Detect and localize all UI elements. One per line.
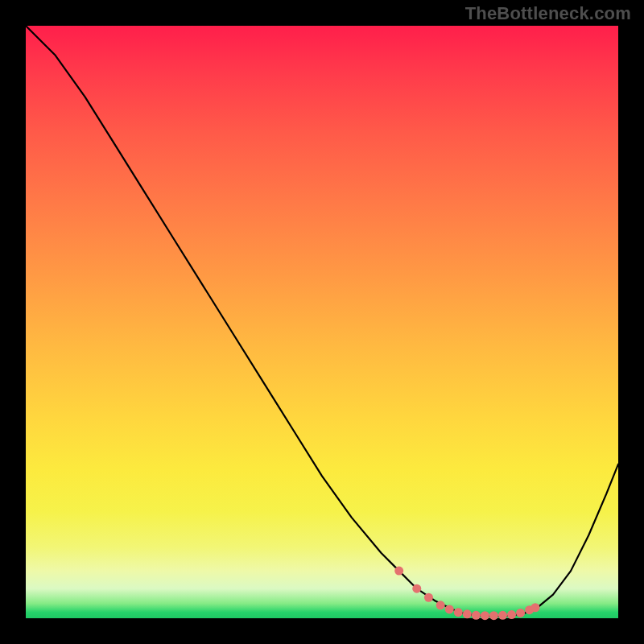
chart-svg — [26, 26, 618, 618]
optimal-marker-dot — [436, 601, 445, 609]
watermark-text: TheBottleneck.com — [465, 3, 631, 24]
optimal-marker-dot — [507, 610, 516, 619]
optimal-marker-group — [394, 567, 539, 621]
chart-frame: TheBottleneck.com — [0, 0, 644, 644]
optimal-marker-dot — [489, 611, 498, 620]
optimal-marker-dot — [424, 593, 433, 602]
optimal-marker-dot — [463, 609, 472, 618]
optimal-marker-dot — [481, 611, 489, 620]
optimal-marker-dot — [472, 611, 481, 620]
optimal-marker-dot — [516, 609, 525, 617]
optimal-marker-dot — [412, 584, 421, 593]
optimal-marker-dot — [454, 608, 463, 617]
optimal-marker-dot — [498, 611, 507, 620]
optimal-marker-dot — [394, 567, 403, 576]
bottleneck-curve — [26, 26, 618, 616]
optimal-marker-dot — [445, 605, 454, 613]
optimal-marker-dot — [530, 603, 539, 612]
plot-area — [26, 26, 618, 618]
